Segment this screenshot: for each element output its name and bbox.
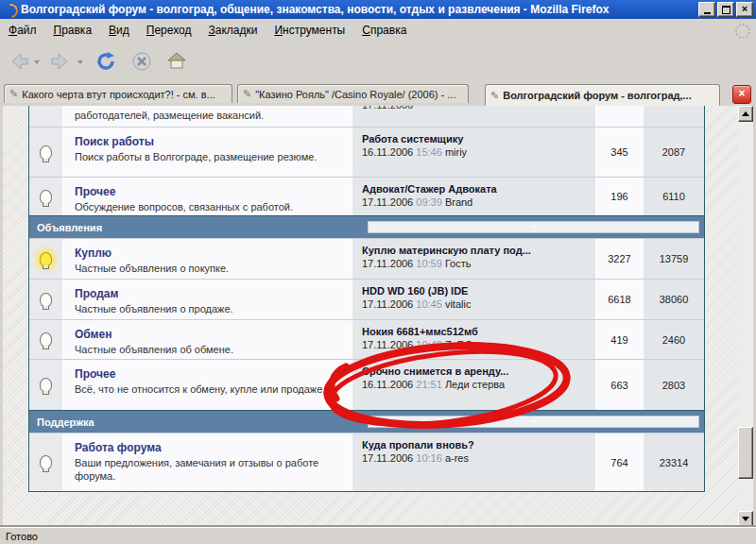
forum-link[interactable]: Прочее [75, 185, 115, 198]
last-post-date: 17.11.2006 [362, 298, 416, 310]
topics-count: 6618 [596, 280, 644, 319]
scroll-up-button[interactable] [738, 106, 753, 122]
forum-link[interactable]: Прочее [75, 367, 115, 381]
back-button[interactable] [8, 50, 30, 73]
tab-1[interactable]: ✎Какого черта втут происходит?! - см. в.… [4, 84, 232, 103]
tab-3[interactable]: ✎Волгоградский форум - волгоград,... [485, 84, 720, 106]
tab-label: Волгоградский форум - волгоград,... [503, 90, 691, 101]
close-tab-button[interactable]: × [732, 85, 751, 104]
last-post-user[interactable]: miriy [442, 146, 467, 158]
close-button[interactable]: × [736, 2, 753, 17]
lamp-off-icon [40, 455, 52, 469]
last-post-cell: Куплю материнскую плату под...17.11.2006… [352, 239, 596, 279]
last-post-user[interactable]: ZoRG [442, 339, 472, 350]
minimize-button[interactable] [698, 2, 715, 17]
last-post-title[interactable]: Нокия 6681+ммс512мб [362, 326, 592, 338]
status-bar: Готово [0, 527, 756, 544]
last-post-meta: 17.11.2006 09:39 Brand [362, 196, 592, 209]
lamp-off-icon [40, 332, 52, 347]
last-post-meta: 17.11.2006 10:59 Гость [362, 257, 592, 270]
menu-item-Закладки[interactable]: Закладки [199, 21, 266, 40]
menu-item-Инструменты[interactable]: Инструменты [266, 21, 353, 40]
clipped-meta-text: 17.11.2006 [362, 106, 592, 110]
stop-button[interactable] [130, 50, 153, 73]
last-post-user[interactable]: vitalic [442, 298, 472, 310]
forum-link[interactable]: Обмен [75, 328, 112, 341]
reload-button[interactable] [94, 50, 117, 73]
last-post-title[interactable]: Куплю материнскую плату под... [362, 245, 592, 257]
forum-row: ПрочееОбсуждение вопросов, связанных с р… [29, 177, 704, 215]
forum-description: Поиск работы в Волгограде, размещение ре… [75, 150, 346, 163]
forum-link[interactable]: Куплю [75, 246, 112, 260]
back-dropdown-icon[interactable] [34, 60, 40, 64]
forum-link[interactable]: Поиск работы [75, 135, 154, 148]
last-post-user[interactable]: a-res [442, 452, 469, 464]
forward-icon [49, 50, 72, 73]
forward-dropdown-icon[interactable] [77, 60, 83, 64]
back-icon [8, 50, 30, 73]
forum-cell: ОбменЧастные объявления об обмене. [63, 320, 352, 359]
menu-item-Вид[interactable]: Вид [100, 21, 138, 40]
scrollbar-thumb[interactable] [738, 427, 753, 479]
menu-bar: ФайлПравкаВидПереходЗакладкиИнструментыС… [0, 19, 756, 42]
forum-status-cell [29, 239, 63, 279]
collapse-icon[interactable]: − [368, 221, 700, 233]
menu-item-Правка[interactable]: Правка [45, 21, 101, 40]
menu-item-Файл[interactable]: Файл [0, 21, 45, 40]
tab-page-icon: ✎ [490, 90, 499, 102]
home-button[interactable] [165, 50, 188, 73]
forum-link[interactable]: Продам [75, 287, 118, 300]
posts-count: 2460 [644, 320, 704, 359]
home-icon [165, 50, 188, 73]
last-post-title[interactable]: Адвокат/Стажер Адвоката [362, 183, 592, 196]
page-content: работодателей, размещение вакансий.17.11… [0, 106, 756, 527]
last-post-title[interactable]: HDD WD 160 (JB) IDE [362, 285, 592, 298]
last-post-time: 09:39 [416, 196, 442, 208]
reload-icon [94, 50, 117, 73]
forum-description: Частные объявления об обмене. [75, 343, 346, 356]
section-header: Поддержка− [29, 410, 704, 433]
forum-cell: ПрочееОбсуждение вопросов, связанных с р… [63, 178, 352, 215]
last-post-title[interactable]: Срочно снимется в аренду... [362, 366, 592, 378]
arrow-up-icon [742, 111, 749, 116]
posts-count: 13759 [644, 239, 704, 279]
title-bar: Волгоградский форум - волгоград, общение… [0, 0, 756, 19]
window-title: Волгоградский форум - волгоград, общение… [21, 3, 698, 16]
forum-description-clipped: работодателей, размещение вакансий. [75, 109, 346, 122]
last-post-cell: Адвокат/Стажер Адвоката17.11.2006 09:39 … [352, 178, 596, 215]
scroll-down-button[interactable] [738, 511, 753, 527]
forum-cell: Поиск работыПоиск работы в Волгограде, р… [63, 128, 352, 177]
restore-button[interactable] [717, 2, 734, 17]
tab-bar: ✎Какого черта втут происходит?! - см. в.… [0, 81, 756, 107]
forum-row: Поиск работыПоиск работы в Волгограде, р… [29, 127, 704, 177]
last-post-meta: 17.11.2006 10:45 vitalic [362, 298, 592, 311]
forum-description: Частные объявления о покупке. [75, 262, 346, 275]
forward-button[interactable] [49, 50, 72, 73]
forum-cell: КуплюЧастные объявления о покупке. [63, 239, 352, 279]
last-post-title[interactable]: Куда пропали вновь? [362, 439, 592, 451]
minimize-icon [704, 12, 711, 14]
window-controls: × [698, 2, 753, 17]
clipped-meta: 17.11.2006 [362, 106, 592, 116]
menu-item-Справка[interactable]: Справка [353, 21, 415, 40]
last-post-date: 17.11.2006 [362, 196, 416, 208]
window-frame-left [0, 106, 3, 527]
menu-item-Переход[interactable]: Переход [138, 21, 200, 40]
navigation-toolbar: ✎ http://www.forum-volgograd.ru/index.ph… [0, 42, 756, 82]
last-post-user[interactable]: Леди стерва [442, 379, 505, 390]
forum-row: ПрочееВсё, что не относится к обмену, ку… [29, 359, 704, 410]
lamp-off-icon [40, 378, 52, 392]
vertical-scrollbar[interactable] [738, 106, 753, 527]
menu-items: ФайлПравкаВидПереходЗакладкиИнструментыС… [0, 21, 415, 40]
tab-2[interactable]: ✎"Казино Рояль" /Casino Royale/ (2006) -… [237, 84, 469, 103]
last-post-date: 17.11.2006 [362, 452, 416, 464]
forum-cell: Работа форумаВаши предложения, замечания… [63, 434, 352, 491]
forum-row: КуплюЧастные объявления о покупке.Куплю … [29, 238, 704, 279]
last-post-user[interactable]: Brand [442, 196, 472, 208]
posts-count: 2087 [644, 128, 704, 177]
last-post-user[interactable]: Гость [442, 258, 472, 269]
forum-link[interactable]: Работа форума [75, 441, 162, 454]
collapse-icon[interactable]: − [368, 416, 700, 428]
forum-status-cell [29, 178, 63, 215]
last-post-title[interactable]: Работа системщику [362, 133, 592, 145]
